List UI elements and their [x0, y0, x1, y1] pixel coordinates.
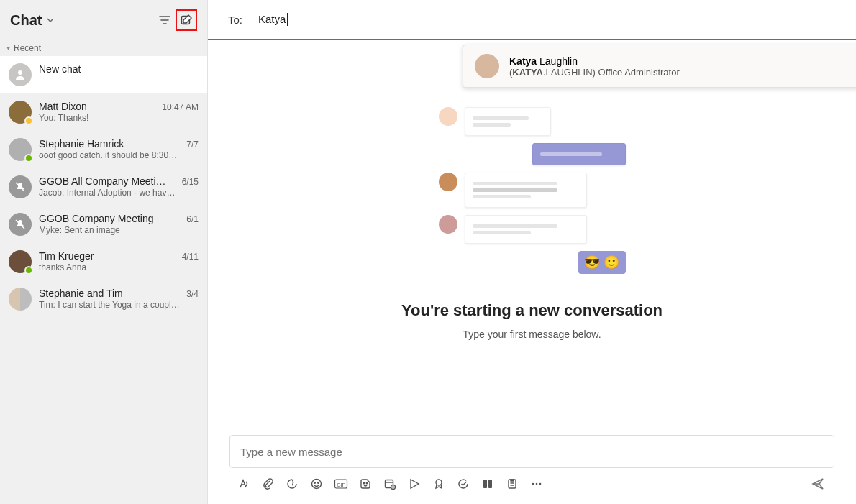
badge-icon [432, 477, 445, 490]
chat-preview: Tim: I can start the Yoga in a coupl… [39, 300, 199, 310]
smile-icon [310, 477, 323, 490]
chat-name: Tim Krueger [39, 250, 94, 262]
chevron-down-icon[interactable] [46, 16, 55, 24]
chat-item-stephanie-hamrick[interactable]: Stephanie Hamrick 7/7 ooof good catch. i… [0, 131, 207, 168]
svg-point-6 [318, 482, 319, 484]
svg-rect-15 [488, 480, 492, 488]
chat-item-tim-krueger[interactable]: Tim Krueger 4/11 thanks Anna [0, 243, 207, 280]
empty-state: 😎 🙂 You're starting a new conversation T… [208, 40, 856, 435]
to-input-wrap[interactable]: Katya [258, 13, 836, 27]
format-icon [237, 477, 250, 490]
chat-time: 3/4 [186, 289, 199, 299]
svg-point-19 [539, 483, 542, 485]
to-bar: To: Katya [208, 0, 856, 40]
chat-name: Matt Dixon [39, 101, 87, 112]
play-outline-icon [408, 477, 421, 490]
suggestion-name: Katya Laughlin [509, 55, 680, 67]
chat-preview: Jacob: Internal Adoption - we hav… [39, 188, 199, 198]
chat-name: Stephanie and Tim [39, 288, 123, 299]
more-button[interactable] [526, 474, 547, 494]
send-button[interactable] [807, 474, 829, 494]
svg-point-9 [363, 482, 365, 484]
presence-away-icon [24, 116, 33, 125]
gif-button[interactable]: GIF [330, 474, 352, 494]
chat-item-matt-dixon[interactable]: Matt Dixon 10:47 AM You: Thanks! [0, 93, 207, 131]
chat-time: 4/11 [182, 252, 199, 262]
chat-item-ggob-all[interactable]: GGOB All Company Meeti… 6/15 Jacob: Inte… [0, 168, 207, 206]
check-circle-icon [457, 477, 470, 490]
person-icon [9, 63, 32, 86]
main-pane: To: Katya Katya Laughlin (KATYA.LAUGHLIN… [208, 0, 856, 504]
sticker-icon [359, 477, 372, 490]
send-icon [811, 477, 825, 491]
text-caret [287, 13, 288, 26]
svg-text:GIF: GIF [337, 482, 345, 487]
svg-point-13 [436, 480, 442, 485]
clipboard-icon [506, 477, 519, 490]
avatar-muted [9, 213, 32, 236]
avatar-group [9, 288, 32, 311]
presence-available-icon [24, 154, 33, 162]
filter-icon [158, 14, 171, 27]
svg-point-5 [314, 482, 316, 484]
emoji-button[interactable] [306, 474, 327, 494]
avatar-muted [9, 175, 32, 198]
empty-title: You're starting a new conversation [401, 301, 663, 320]
format-button[interactable] [232, 474, 254, 494]
avatar [9, 138, 32, 161]
recent-label: Recent [14, 43, 41, 53]
chat-sidebar: Chat ▸ Recent [0, 0, 208, 504]
sticker-button[interactable] [355, 474, 376, 494]
chat-name: Stephanie Hamrick [39, 138, 124, 150]
schedule-button[interactable] [379, 474, 401, 494]
gif-icon: GIF [334, 477, 348, 490]
presence-available-icon [24, 266, 33, 275]
caret-icon: ▸ [5, 47, 13, 50]
viva-button[interactable] [477, 474, 498, 494]
apps-icon [481, 477, 494, 490]
svg-rect-14 [483, 480, 487, 488]
calendar-plus-icon [383, 477, 396, 490]
svg-point-4 [312, 480, 322, 489]
svg-point-18 [536, 483, 538, 485]
chat-name: GGOB All Company Meeti… [39, 175, 166, 187]
compose-icon [180, 14, 193, 27]
new-chat-button[interactable] [176, 9, 197, 31]
avatar [9, 250, 32, 273]
approvals-button[interactable] [452, 474, 474, 494]
compose-box[interactable] [229, 435, 834, 468]
chat-name: GGOB Company Meeting [39, 213, 154, 224]
chat-time: 7/7 [186, 139, 199, 150]
empty-illustration: 😎 🙂 [439, 107, 626, 281]
chat-item-ggob-company[interactable]: GGOB Company Meeting 6/1 Myke: Sent an i… [0, 206, 207, 243]
bell-off-icon [14, 219, 26, 230]
empty-subtitle: Type your first message below. [463, 329, 601, 340]
new-chat-label: New chat [39, 63, 81, 75]
composer: GIF [208, 435, 856, 504]
avatar [9, 101, 32, 124]
chat-item-stephanie-and-tim[interactable]: Stephanie and Tim 3/4 Tim: I can start t… [0, 280, 207, 318]
chat-time: 10:47 AM [162, 102, 199, 112]
to-label: To: [228, 14, 242, 26]
people-suggestion[interactable]: Katya Laughlin (KATYA.LAUGHLIN) Office A… [463, 45, 856, 88]
poll-button[interactable] [501, 474, 523, 494]
emoji-icon: 😎 🙂 [578, 251, 625, 274]
new-chat-item[interactable]: New chat [0, 56, 207, 93]
loop-icon [286, 477, 299, 490]
chat-time: 6/1 [186, 214, 199, 224]
loop-button[interactable] [281, 474, 303, 494]
praise-button[interactable] [428, 474, 450, 494]
chat-preview: You: Thanks! [39, 113, 199, 123]
suggestion-subtitle: (KATYA.LAUGHLIN) Office Administrator [509, 67, 680, 78]
more-icon [530, 477, 543, 490]
chat-preview: Myke: Sent an image [39, 225, 199, 235]
to-input[interactable]: Katya [258, 13, 286, 25]
compose-toolbar: GIF [229, 468, 834, 494]
attach-button[interactable] [257, 474, 278, 494]
filter-button[interactable] [154, 9, 176, 31]
stream-button[interactable] [404, 474, 425, 494]
chat-preview: ooof good catch. it should be 8:30… [39, 150, 199, 160]
sidebar-title[interactable]: Chat [10, 12, 42, 29]
recent-section-header[interactable]: ▸ Recent [0, 40, 207, 56]
message-input[interactable] [240, 446, 824, 458]
